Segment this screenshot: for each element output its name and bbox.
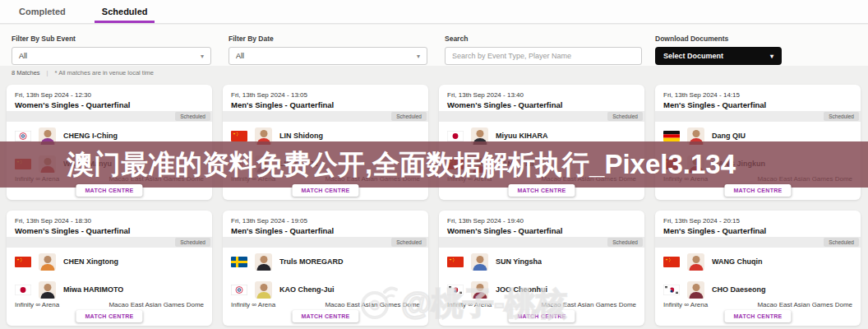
player-avatar [471, 253, 488, 271]
venues: Infinity ∞ Arena Macao East Asian Games … [663, 301, 852, 308]
download-documents-field: Download Documents Select Document ▾ [655, 35, 782, 65]
match-date: Fri, 13th Sep 2024 - 19:05 [231, 217, 307, 225]
match-date: Fri, 13th Sep 2024 - 19:40 [447, 217, 524, 225]
tab-scheduled[interactable]: Scheduled [95, 0, 155, 23]
match-centre-button[interactable]: MATCH CENTRE [724, 184, 791, 197]
player-name: CHENG I-Ching [63, 132, 118, 140]
local-time-note: * All matches are in venue local time [55, 69, 154, 76]
flag-ger-icon [663, 131, 680, 141]
tab-completed[interactable]: Completed [12, 0, 73, 23]
overlay-watermark-banner: 澳门最准的资料免费公开,全面数据解析执行_Pixel3.134 [0, 141, 868, 188]
player-name: Miyuu KIHARA [496, 132, 548, 140]
status-strip: Scheduled [439, 111, 644, 122]
matches-summary: 8 Matches | * All matches are in venue l… [12, 69, 154, 76]
match-date: Fri, 13th Sep 2024 - 14:15 [663, 91, 740, 99]
player-avatar [687, 253, 704, 271]
flag-jpn-icon [15, 285, 31, 295]
download-documents-select[interactable]: Select Document ▾ [655, 47, 782, 65]
filter-sub-event-field: Filter By Sub Event All ▾ [12, 35, 211, 65]
player-avatar [39, 281, 56, 299]
filter-date-label: Filter By Date [229, 35, 427, 43]
player-row: WANG Chuqin [663, 249, 852, 274]
player-row: Miwa HARIMOTO [15, 277, 204, 302]
flag-chn-icon [447, 257, 464, 267]
players: WANG Chuqin CHO Daeseong [663, 249, 852, 305]
match-event: Women's Singles - Quarterfinal [15, 100, 130, 109]
status-strip: Scheduled [655, 111, 861, 122]
status-strip: Scheduled [439, 237, 644, 248]
player-avatar [39, 253, 56, 271]
dome-name: Macao East Asian Games Dome [108, 301, 204, 308]
filter-date-select[interactable]: All ▾ [229, 47, 427, 65]
dome-name: Macao East Asian Games Dome [757, 301, 852, 308]
match-centre-button[interactable]: MATCH CENTRE [76, 310, 142, 322]
chevron-down-icon: ▾ [417, 53, 420, 60]
chevron-down-icon: ▾ [201, 53, 204, 60]
match-date: Fri, 13th Sep 2024 - 12:30 [15, 91, 91, 99]
search-input[interactable] [445, 47, 642, 65]
filter-sub-event-select[interactable]: All ▾ [12, 47, 211, 65]
flag-tpe-icon [15, 131, 31, 141]
tab-bar: Completed Scheduled [0, 0, 868, 24]
player-name: KAO Cheng-Jui [279, 285, 335, 294]
search-label: Search [445, 35, 642, 43]
match-centre-button[interactable]: MATCH CENTRE [292, 184, 358, 197]
status-strip: Scheduled [655, 237, 861, 248]
venues: Infinity ∞ Arena Macao East Asian Games … [15, 301, 204, 308]
flag-chn-icon [663, 257, 680, 267]
player-row: SUN Yingsha [447, 249, 636, 274]
status-badge: Scheduled [607, 112, 643, 121]
filter-sub-event-label: Filter By Sub Event [12, 35, 211, 43]
match-event: Men's Singles - Quarterfinal [663, 100, 766, 109]
status-badge: Scheduled [824, 112, 859, 121]
search-field: Search [445, 35, 642, 65]
divider: | [47, 69, 48, 76]
matches-count: 8 Matches [12, 69, 40, 76]
match-event: Women's Singles - Quarterfinal [447, 100, 562, 109]
match-date: Fri, 13th Sep 2024 - 13:40 [447, 91, 524, 99]
players: CHEN Xingtong Miwa HARIMOTO [15, 249, 204, 305]
match-date: Fri, 13th Sep 2024 - 13:05 [231, 91, 307, 99]
status-badge: Scheduled [175, 112, 210, 121]
match-card: Fri, 13th Sep 2024 - 18:30 Women's Singl… [7, 211, 212, 326]
status-strip: Scheduled [223, 111, 428, 122]
status-strip: Scheduled [223, 237, 428, 248]
status-badge: Scheduled [824, 238, 859, 247]
venue-name: Infinity ∞ Arena [231, 301, 275, 308]
match-centre-button[interactable]: MATCH CENTRE [76, 184, 142, 197]
chevron-down-icon: ▾ [770, 53, 773, 60]
overlay-watermark-text: 澳门最准的资料免费公开,全面数据解析执行_Pixel3.134 [67, 146, 736, 183]
player-name: SUN Yingsha [496, 257, 542, 266]
venue-name: Infinity ∞ Arena [663, 301, 708, 308]
match-event: Women's Singles - Quarterfinal [447, 226, 562, 235]
match-event: Men's Singles - Quarterfinal [663, 226, 766, 235]
weibo-watermark: @桃子-桃核 [355, 283, 567, 325]
filter-date-field: Filter By Date All ▾ [229, 35, 427, 65]
flag-tpe-icon [231, 285, 247, 295]
download-documents-value: Select Document [663, 52, 723, 60]
status-badge: Scheduled [391, 112, 427, 121]
player-row: CHEN Xingtong [15, 249, 204, 274]
filter-date-value: All [236, 52, 244, 60]
flag-kor-icon [663, 285, 680, 295]
scheduled-matches-page: Completed Scheduled Filter By Sub Event … [0, 0, 868, 329]
match-event: Men's Singles - Quarterfinal [231, 100, 334, 109]
match-event: Men's Singles - Quarterfinal [231, 226, 334, 235]
player-avatar [687, 281, 704, 299]
player-avatar [255, 253, 272, 271]
match-centre-button[interactable]: MATCH CENTRE [724, 310, 791, 322]
match-centre-button[interactable]: MATCH CENTRE [292, 310, 358, 322]
match-date: Fri, 13th Sep 2024 - 20:15 [663, 217, 740, 225]
flag-jpn-icon [447, 131, 464, 141]
weibo-logo-icon [355, 284, 398, 325]
status-badge: Scheduled [391, 238, 427, 247]
player-name: WANG Chuqin [712, 257, 763, 266]
filter-sub-event-value: All [19, 52, 27, 60]
status-badge: Scheduled [175, 238, 210, 247]
weibo-watermark-text: @桃子-桃核 [401, 283, 567, 325]
flag-chn-icon [231, 131, 247, 141]
player-name: Miwa HARIMOTO [63, 285, 123, 294]
match-centre-button[interactable]: MATCH CENTRE [508, 184, 575, 197]
match-date: Fri, 13th Sep 2024 - 18:30 [15, 217, 91, 225]
player-avatar [255, 281, 272, 299]
